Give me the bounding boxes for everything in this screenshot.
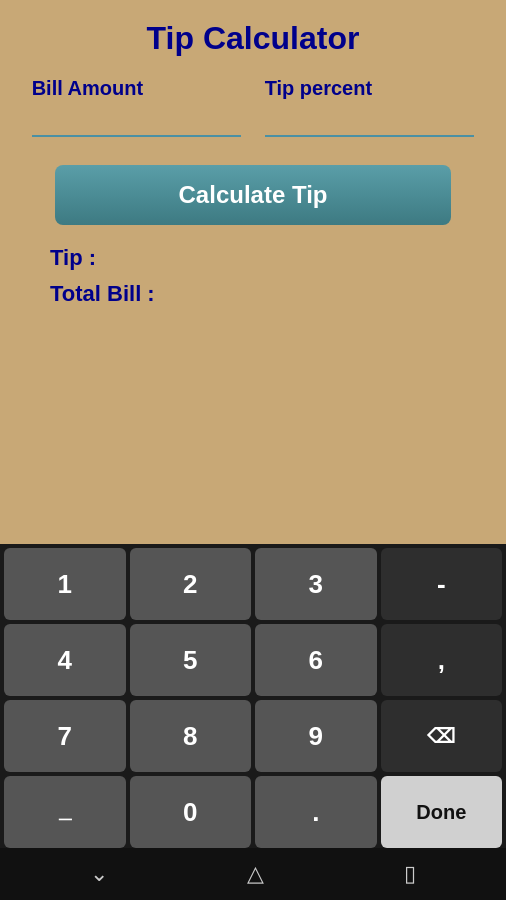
key-1[interactable]: 1 — [4, 548, 126, 620]
key-dash[interactable]: - — [381, 548, 503, 620]
key-2[interactable]: 2 — [130, 548, 252, 620]
key-backspace[interactable]: ⌫ — [381, 700, 503, 772]
key-comma[interactable]: , — [381, 624, 503, 696]
tip-percent-group: Tip percent — [265, 77, 475, 137]
back-icon[interactable]: ⌄ — [90, 861, 108, 887]
home-icon[interactable]: △ — [247, 861, 264, 887]
recents-icon[interactable]: ▯ — [404, 861, 416, 887]
key-row-3: 7 8 9 ⌫ — [4, 700, 502, 772]
tip-percent-label: Tip percent — [265, 77, 372, 100]
bill-amount-input[interactable] — [32, 106, 242, 137]
tip-result-label: Tip : — [50, 245, 486, 271]
total-bill-result-label: Total Bill : — [50, 281, 486, 307]
app-area: Tip Calculator Bill Amount Tip percent C… — [0, 0, 506, 544]
key-row-2: 4 5 6 , — [4, 624, 502, 696]
result-area: Tip : Total Bill : — [20, 245, 486, 307]
key-space[interactable]: ＿ — [4, 776, 126, 848]
keyboard-rows: 1 2 3 - 4 5 6 , 7 8 9 ⌫ ＿ 0 . Done — [4, 548, 502, 848]
inputs-row: Bill Amount Tip percent — [20, 77, 486, 137]
key-7[interactable]: 7 — [4, 700, 126, 772]
calculate-tip-button[interactable]: Calculate Tip — [55, 165, 451, 225]
key-period[interactable]: . — [255, 776, 377, 848]
key-5[interactable]: 5 — [130, 624, 252, 696]
bill-amount-label: Bill Amount — [32, 77, 143, 100]
bill-amount-group: Bill Amount — [32, 77, 242, 137]
tip-percent-input[interactable] — [265, 106, 475, 137]
key-3[interactable]: 3 — [255, 548, 377, 620]
key-0[interactable]: 0 — [130, 776, 252, 848]
key-9[interactable]: 9 — [255, 700, 377, 772]
key-row-1: 1 2 3 - — [4, 548, 502, 620]
keyboard-area: 1 2 3 - 4 5 6 , 7 8 9 ⌫ ＿ 0 . Done — [0, 544, 506, 848]
key-done[interactable]: Done — [381, 776, 503, 848]
key-4[interactable]: 4 — [4, 624, 126, 696]
key-row-4: ＿ 0 . Done — [4, 776, 502, 848]
key-6[interactable]: 6 — [255, 624, 377, 696]
key-8[interactable]: 8 — [130, 700, 252, 772]
app-title: Tip Calculator — [147, 20, 360, 57]
nav-bar: ⌄ △ ▯ — [0, 848, 506, 900]
